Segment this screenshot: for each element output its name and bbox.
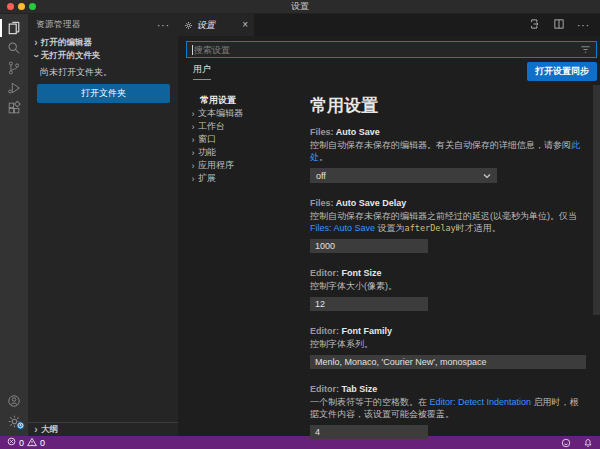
chevron-right-icon: › — [188, 161, 198, 171]
toc-item-features[interactable]: ›功能 — [178, 146, 302, 159]
font-family-input[interactable] — [310, 355, 586, 369]
outline-label: 大纲 — [41, 424, 58, 436]
setting-files-auto-save: Files: Auto Save 控制自动保存未保存的编辑器。有关自动保存的详细… — [310, 127, 586, 183]
error-count: 0 — [19, 438, 24, 448]
toc-item-window[interactable]: ›窗口 — [178, 133, 302, 146]
settings-scrollbar[interactable] — [593, 85, 600, 315]
chevron-right-icon: › — [188, 122, 198, 132]
search-icon — [7, 41, 21, 55]
settings-search-input[interactable] — [194, 45, 580, 55]
settings-gear-icon — [184, 16, 193, 34]
editor-area: 设置 × ··· — [178, 14, 600, 436]
explorer-sidebar: 资源管理器 ··· › 打开的编辑器 › 无打开的文件夹 尚未打开文件夹。 打开… — [28, 14, 178, 436]
accounts-button[interactable] — [0, 391, 28, 411]
settings-body: 常用设置 ›文本编辑器 ›工作台 ›窗口 ›功能 ›应用程序 ›扩展 常用设置 … — [178, 85, 600, 436]
setting-files-auto-save-delay: Files: Auto Save Delay 控制自动保存未保存的编辑器之前经过… — [310, 198, 586, 253]
chevron-right-icon: › — [188, 109, 198, 119]
open-editors-label: 打开的编辑器 — [41, 37, 92, 49]
toc-item-application[interactable]: ›应用程序 — [178, 159, 302, 172]
extensions-activity-button[interactable] — [0, 98, 28, 118]
run-debug-icon — [7, 81, 21, 95]
chevron-down-icon — [483, 173, 491, 179]
source-control-icon — [7, 61, 21, 75]
files-icon — [7, 21, 21, 35]
feedback-icon[interactable] — [561, 438, 571, 448]
toc-item-commonly-used[interactable]: 常用设置 — [178, 94, 302, 107]
close-tab-icon[interactable]: × — [242, 20, 248, 30]
setting-description: 一个制表符等于的空格数。在 Editor: Detect Indentation… — [310, 396, 586, 420]
settings-list: 常用设置 Files: Auto Save 控制自动保存未保存的编辑器。有关自动… — [302, 85, 600, 436]
error-icon — [7, 437, 16, 448]
problems-indicator[interactable]: 0 0 — [7, 437, 45, 449]
settings-tab[interactable]: 设置 × — [178, 14, 254, 36]
toc-item-workbench[interactable]: ›工作台 — [178, 120, 302, 133]
split-editor-icon[interactable] — [553, 16, 565, 34]
chevron-right-icon: › — [188, 148, 198, 158]
setting-editor-font-size: Editor: Font Size 控制字体大小(像素)。 — [310, 268, 586, 311]
search-activity-button[interactable] — [0, 38, 28, 58]
outline-section[interactable]: › 大纲 — [28, 422, 178, 436]
no-folder-section[interactable]: › 无打开的文件夹 — [28, 49, 178, 62]
accounts-icon — [7, 394, 21, 408]
open-editors-section[interactable]: › 打开的编辑器 — [28, 36, 178, 49]
setting-description: 控制字体大小(像素)。 — [310, 280, 586, 292]
chevron-right-icon: › — [188, 135, 198, 145]
setting-description: 控制自动保存未保存的编辑器。有关自动保存的详细信息，请参阅此处。 — [310, 139, 586, 163]
no-folder-message: 尚未打开文件夹。 — [40, 66, 166, 79]
settings-toc: 常用设置 ›文本编辑器 ›工作台 ›窗口 ›功能 ›应用程序 ›扩展 — [178, 85, 302, 436]
text-caret — [192, 45, 193, 55]
tab-bar: 设置 × ··· — [178, 14, 600, 36]
user-scope-tab[interactable]: 用户 — [193, 63, 211, 80]
settings-sync-badge — [16, 421, 25, 430]
open-folder-button[interactable]: 打开文件夹 — [37, 84, 170, 103]
run-debug-activity-button[interactable] — [0, 78, 28, 98]
sidebar-title: 资源管理器 — [36, 19, 81, 31]
after-delay-code: afterDelay — [405, 223, 456, 233]
chevron-right-icon: › — [188, 174, 198, 184]
toc-item-text-editor[interactable]: ›文本编辑器 — [178, 107, 302, 120]
sidebar-more-actions[interactable]: ··· — [157, 20, 170, 31]
filter-icon[interactable] — [580, 41, 591, 59]
chevron-down-icon: › — [31, 51, 41, 61]
setting-description: 控制自动保存未保存的编辑器之前经过的延迟(以毫秒为单位)。仅当 Files: A… — [310, 210, 586, 234]
tab-label: 设置 — [197, 19, 215, 32]
more-actions-icon[interactable]: ··· — [577, 20, 590, 31]
source-control-activity-button[interactable] — [0, 58, 28, 78]
warning-count: 0 — [40, 438, 45, 448]
manage-button[interactable] — [0, 411, 28, 431]
setting-editor-tab-size: Editor: Tab Size 一个制表符等于的空格数。在 Editor: D… — [310, 384, 586, 439]
open-settings-json-icon[interactable] — [529, 16, 541, 34]
settings-heading: 常用设置 — [310, 94, 586, 117]
tab-size-input[interactable] — [310, 425, 428, 439]
settings-search-row — [178, 36, 600, 58]
vscode-window: 设置 — [0, 0, 600, 449]
auto-save-delay-input[interactable] — [310, 239, 428, 253]
setting-editor-font-family: Editor: Font Family 控制字体系列。 — [310, 326, 586, 369]
chevron-right-icon: › — [31, 38, 41, 48]
settings-scope-row: 用户 打开设置同步 — [178, 58, 600, 85]
explorer-activity-button[interactable] — [0, 18, 28, 38]
auto-save-select[interactable]: off — [310, 168, 497, 183]
warning-icon — [27, 437, 37, 449]
settings-search-box[interactable] — [186, 41, 597, 58]
turn-on-settings-sync-button[interactable]: 打开设置同步 — [527, 62, 597, 81]
extensions-icon — [7, 101, 21, 115]
setting-description: 控制字体系列。 — [310, 338, 586, 350]
detect-indentation-link[interactable]: Editor: Detect Indentation — [430, 397, 532, 407]
bell-icon[interactable] — [583, 438, 593, 448]
window-title: 设置 — [0, 0, 600, 13]
files-auto-save-link[interactable]: Files: Auto Save — [310, 223, 375, 233]
title-bar: 设置 — [0, 0, 600, 14]
font-size-input[interactable] — [310, 297, 428, 311]
activity-bar — [0, 14, 28, 436]
toc-item-extensions[interactable]: ›扩展 — [178, 172, 302, 185]
chevron-right-icon: › — [31, 425, 41, 435]
no-folder-label: 无打开的文件夹 — [41, 50, 101, 62]
